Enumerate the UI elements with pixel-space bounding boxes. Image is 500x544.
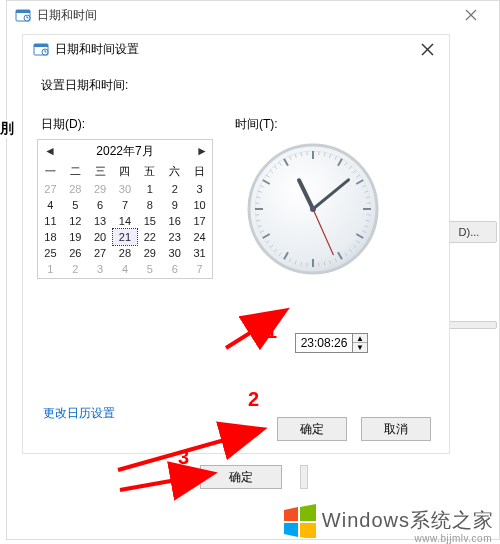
close-icon[interactable]: [451, 4, 491, 26]
calendar-icon: [15, 7, 31, 23]
calendar-day[interactable]: 17: [187, 213, 212, 229]
calendar[interactable]: ◄ 2022年7月 ► 一二三四五六日272829301234567891011…: [37, 139, 213, 279]
calendar-day: 29: [88, 181, 113, 197]
calendar-day[interactable]: 7: [113, 197, 138, 213]
datetime-settings-dialog: 日期和时间设置 设置日期和时间: 日期(D): 时间(T): ◄ 2022年7月…: [22, 34, 450, 454]
calendar-day[interactable]: 5: [63, 197, 88, 213]
calendar-day: 2: [63, 261, 88, 277]
svg-marker-84: [284, 507, 298, 521]
calendar-day: 7: [187, 261, 212, 277]
svg-marker-86: [284, 523, 298, 537]
calendar-day[interactable]: 9: [162, 197, 187, 213]
calendar-day: 5: [137, 261, 162, 277]
dialog-titlebar: 日期和时间设置: [23, 35, 449, 63]
calendar-day[interactable]: 27: [88, 245, 113, 261]
prompt-text: 设置日期和时间:: [41, 77, 449, 94]
calendar-day[interactable]: 15: [137, 213, 162, 229]
calendar-day[interactable]: 24: [187, 229, 212, 245]
calendar-day[interactable]: 6: [88, 197, 113, 213]
time-input[interactable]: 23:08:26: [295, 333, 353, 353]
calendar-day: 28: [63, 181, 88, 197]
svg-marker-87: [300, 523, 316, 538]
outer-title-text: 日期和时间: [37, 7, 97, 24]
calendar-dow: 六: [162, 162, 187, 181]
spin-up-button[interactable]: ▲: [353, 334, 367, 343]
time-label: 时间(T):: [235, 116, 278, 133]
dialog-close-button[interactable]: [415, 37, 439, 61]
windows-logo-icon: [282, 502, 318, 538]
date-label: 日期(D):: [41, 116, 85, 133]
calendar-day[interactable]: 2: [162, 181, 187, 197]
analog-clock: [243, 139, 383, 279]
calendar-dow: 三: [88, 162, 113, 181]
outer-button-stub: [300, 465, 308, 489]
svg-point-79: [310, 206, 316, 212]
calendar-day[interactable]: 1: [137, 181, 162, 197]
calendar-day: 3: [88, 261, 113, 277]
calendar-header[interactable]: 2022年7月: [96, 143, 153, 160]
svg-marker-85: [300, 504, 316, 521]
calendar-day[interactable]: 19: [63, 229, 88, 245]
calendar-day[interactable]: 12: [63, 213, 88, 229]
cancel-button[interactable]: 取消: [361, 417, 431, 441]
calendar-day[interactable]: 3: [187, 181, 212, 197]
calendar-day[interactable]: 13: [88, 213, 113, 229]
calendar-dow: 四: [113, 162, 138, 181]
prev-month-button[interactable]: ◄: [44, 144, 54, 158]
calendar-day[interactable]: 10: [187, 197, 212, 213]
next-month-button[interactable]: ►: [196, 144, 206, 158]
calendar-day: 4: [113, 261, 138, 277]
calendar-day[interactable]: 30: [162, 245, 187, 261]
watermark-sub: www.bjjmlv.com: [415, 533, 492, 544]
calendar-dow: 二: [63, 162, 88, 181]
calendar-day[interactable]: 18: [38, 229, 63, 245]
ok-button[interactable]: 确定: [277, 417, 347, 441]
spin-down-button[interactable]: ▼: [353, 343, 367, 352]
watermark-text: Windows系统之家: [322, 507, 494, 534]
change-calendar-link[interactable]: 更改日历设置: [43, 405, 115, 422]
calendar-dow: 日: [187, 162, 212, 181]
calendar-day[interactable]: 26: [63, 245, 88, 261]
dialog-title-text: 日期和时间设置: [55, 41, 139, 58]
calendar-day: 27: [38, 181, 63, 197]
svg-rect-8: [34, 44, 48, 47]
calendar-day[interactable]: 14: [113, 213, 138, 229]
calendar-day[interactable]: 31: [187, 245, 212, 261]
calendar-icon: [33, 41, 49, 57]
calendar-day: 30: [113, 181, 138, 197]
calendar-dow: 五: [137, 162, 162, 181]
time-spinner[interactable]: ▲ ▼: [353, 333, 368, 353]
calendar-day: 6: [162, 261, 187, 277]
calendar-day[interactable]: 4: [38, 197, 63, 213]
outer-ok-button[interactable]: 确定: [200, 465, 282, 489]
calendar-day[interactable]: 25: [38, 245, 63, 261]
calendar-day[interactable]: 29: [137, 245, 162, 261]
calendar-day[interactable]: 20: [88, 229, 113, 245]
calendar-day[interactable]: 16: [162, 213, 187, 229]
calendar-dow: 一: [38, 162, 63, 181]
calendar-day[interactable]: 22: [137, 229, 162, 245]
svg-rect-1: [16, 10, 30, 13]
calendar-day[interactable]: 23: [162, 229, 187, 245]
calendar-day[interactable]: 21: [113, 229, 138, 245]
calendar-day[interactable]: 8: [137, 197, 162, 213]
truncated-label: 刖: [0, 120, 16, 138]
calendar-day[interactable]: 11: [38, 213, 63, 229]
outer-titlebar: 日期和时间: [7, 1, 499, 29]
calendar-day[interactable]: 28: [113, 245, 138, 261]
calendar-day: 1: [38, 261, 63, 277]
